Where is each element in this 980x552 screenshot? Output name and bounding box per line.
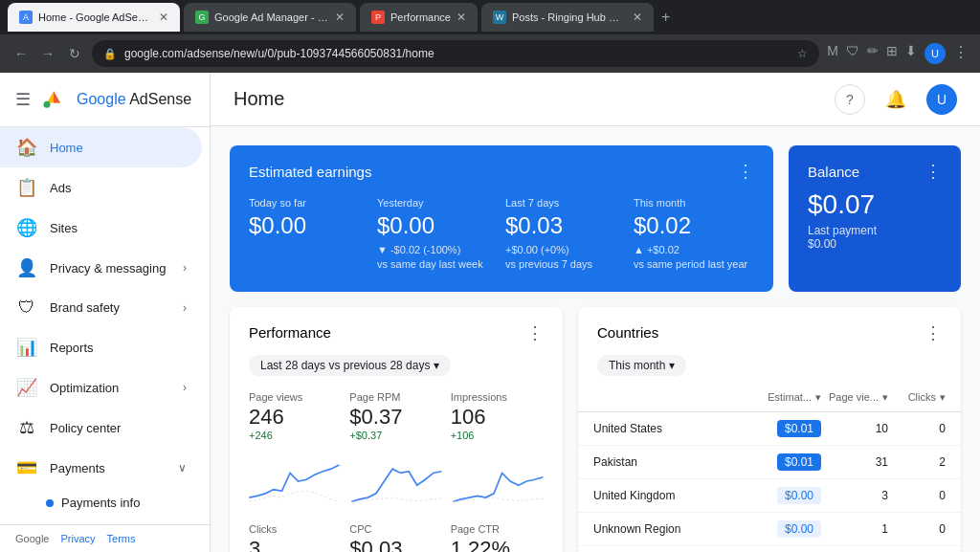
country-estimate: $0.00 (745, 522, 821, 536)
payments-info-dot (46, 499, 54, 507)
countries-filter-pill[interactable]: This month ▾ (597, 355, 686, 376)
sidebar: ☰ Google AdSense 🏠 Home 📋 Ads 🌐 Sites (0, 73, 211, 552)
refresh-button[interactable]: ↻ (65, 44, 84, 63)
sidebar-label-reports: Reports (50, 341, 187, 355)
new-tab-button[interactable]: + (661, 9, 670, 26)
countries-filter-chevron: ▾ (669, 359, 675, 372)
clicks-label: Clicks (249, 523, 342, 535)
sidebar-item-optimization[interactable]: 📈 Optimization › (0, 367, 202, 408)
balance-title: Balance (808, 164, 859, 180)
metrics-bottom: Clicks 3 +3 CPC $0.03 +$0.03 Page CTR 1.… (230, 516, 563, 552)
tab-favicon-adsense: A (19, 11, 33, 24)
balance-value: $0.07 (808, 189, 942, 220)
yesterday-value: $0.00 (377, 212, 498, 239)
balance-menu-icon[interactable]: ⋮ (924, 161, 942, 182)
performance-filter[interactable]: Last 28 days vs previous 28 days ▾ (249, 355, 451, 376)
tab-title-adsense: Home - Google AdSense (38, 11, 153, 23)
sidebar-item-payments-info[interactable]: Payments info (46, 488, 210, 518)
performance-menu-icon[interactable]: ⋮ (526, 322, 544, 343)
sidebar-item-privacy[interactable]: 👤 Privacy & messaging › (0, 248, 202, 288)
download-icon[interactable]: ⬇ (905, 43, 917, 64)
help-button[interactable]: ? (835, 84, 865, 115)
countries-menu-icon[interactable]: ⋮ (924, 322, 942, 343)
col-page-views-label: Page vie... (829, 391, 879, 403)
metric-impressions: Impressions 106 +106 (451, 391, 544, 441)
tab-close-adsense[interactable]: ✕ (159, 11, 168, 24)
balance-last-payment-value: $0.00 (808, 237, 942, 251)
sidebar-item-policy[interactable]: ⚖ Policy center (0, 408, 202, 448)
country-page-views: 31 (821, 455, 888, 469)
sidebar-nav: 🏠 Home 📋 Ads 🌐 Sites 👤 Privacy & messagi… (0, 127, 210, 518)
sidebar-item-brand[interactable]: 🛡 Brand safety › (0, 288, 202, 327)
earnings-menu-icon[interactable]: ⋮ (737, 161, 754, 182)
ads-icon: 📋 (15, 177, 38, 198)
page-rpm-chart (347, 453, 446, 510)
tab-admanager[interactable]: G Google Ad Manager - Home ✕ (184, 3, 356, 32)
profile-avatar[interactable]: U (924, 43, 946, 64)
countries-header: Countries ⋮ (578, 307, 961, 351)
earnings-title: Estimated earnings (249, 164, 371, 180)
sidebar-item-home[interactable]: 🏠 Home (0, 127, 202, 167)
menu-icon[interactable]: ⋮ (953, 43, 969, 64)
user-avatar[interactable]: U (926, 84, 957, 115)
address-text[interactable]: google.com/adsense/new/u/0/pub-109374456… (124, 47, 797, 60)
col-country (593, 391, 745, 404)
notifications-button[interactable]: 🔔 (880, 84, 911, 115)
impressions-chart (449, 453, 547, 510)
extension-icon[interactable]: ✏ (867, 43, 879, 64)
earnings-card-header: Estimated earnings ⋮ (230, 145, 773, 189)
sidebar-header: ☰ Google AdSense (0, 73, 210, 127)
country-clicks: 2 (888, 455, 946, 469)
performance-title: Performance (249, 324, 331, 341)
tab-close-performance[interactable]: ✕ (457, 11, 466, 24)
page-rpm-label: Page RPM (349, 391, 442, 403)
country-name: United States (593, 422, 745, 435)
apps-icon[interactable]: ⊞ (886, 43, 898, 64)
countries-table: United States $0.01 10 0 Pakistan $0.01 … (578, 412, 961, 546)
footer-google: Google (15, 533, 49, 544)
address-bar[interactable]: 🔒 google.com/adsense/new/u/0/pub-1093744… (92, 40, 819, 67)
table-row: Unknown Region $0.00 1 0 (578, 513, 961, 546)
metric-clicks: Clicks 3 +3 (249, 523, 342, 552)
tab-wordpress[interactable]: W Posts - Ringing Hub — WordPr... ✕ (481, 3, 654, 32)
sidebar-item-payments[interactable]: 💳 Payments ∨ (0, 448, 202, 488)
tab-close-wordpress[interactable]: ✕ (633, 11, 642, 24)
reports-icon: 📊 (15, 337, 38, 358)
forward-button[interactable]: → (38, 44, 57, 63)
bookmark-icon[interactable]: ☆ (797, 47, 808, 60)
col-estimate[interactable]: Estimat... ▾ (745, 391, 821, 404)
tab-title-performance: Performance (390, 11, 451, 23)
country-estimate: $0.00 (745, 489, 821, 502)
country-name: United Kingdom (593, 489, 745, 502)
sidebar-item-reports[interactable]: 📊 Reports (0, 327, 202, 367)
col-page-views[interactable]: Page vie... ▾ (821, 391, 888, 404)
page-views-change: +246 (249, 430, 342, 441)
app-container: ☰ Google AdSense 🏠 Home 📋 Ads 🌐 Sites (0, 73, 980, 552)
browser-action-icons: M 🛡 ✏ ⊞ ⬇ U ⋮ (827, 43, 969, 64)
top-row: Estimated earnings ⋮ Today so far $0.00 … (230, 145, 961, 292)
thismonth-change1: ▲ +$0.02 (634, 243, 754, 257)
profile-icon[interactable]: M (827, 43, 838, 64)
sidebar-item-ads[interactable]: 📋 Ads (0, 167, 202, 208)
main-content: Estimated earnings ⋮ Today so far $0.00 … (211, 126, 980, 552)
country-page-views: 1 (821, 522, 888, 536)
sidebar-item-sites[interactable]: 🌐 Sites (0, 208, 202, 248)
svg-point-0 (44, 101, 51, 108)
hamburger-menu[interactable]: ☰ (15, 89, 31, 110)
shield-icon[interactable]: 🛡 (846, 43, 859, 64)
footer-privacy[interactable]: Privacy (60, 533, 95, 544)
tab-performance[interactable]: P Performance ✕ (360, 3, 478, 32)
sidebar-label-home: Home (50, 141, 187, 155)
back-button[interactable]: ← (11, 44, 31, 63)
tab-close-admanager[interactable]: ✕ (335, 11, 345, 24)
footer-terms[interactable]: Terms (107, 533, 136, 544)
col-clicks[interactable]: Clicks ▾ (888, 391, 946, 404)
country-page-views: 10 (821, 422, 888, 435)
page-ctr-value: 1.22% (451, 537, 544, 552)
bottom-row: Performance ⋮ Last 28 days vs previous 2… (230, 307, 961, 552)
sidebar-label-sites: Sites (50, 221, 187, 235)
tab-adsense[interactable]: A Home - Google AdSense ✕ (8, 3, 180, 32)
yesterday-earnings: Yesterday $0.00 ▼ -$0.02 (-100%) vs same… (377, 197, 498, 273)
countries-filter-label: This month (609, 359, 665, 372)
impressions-value: 106 (451, 405, 544, 430)
